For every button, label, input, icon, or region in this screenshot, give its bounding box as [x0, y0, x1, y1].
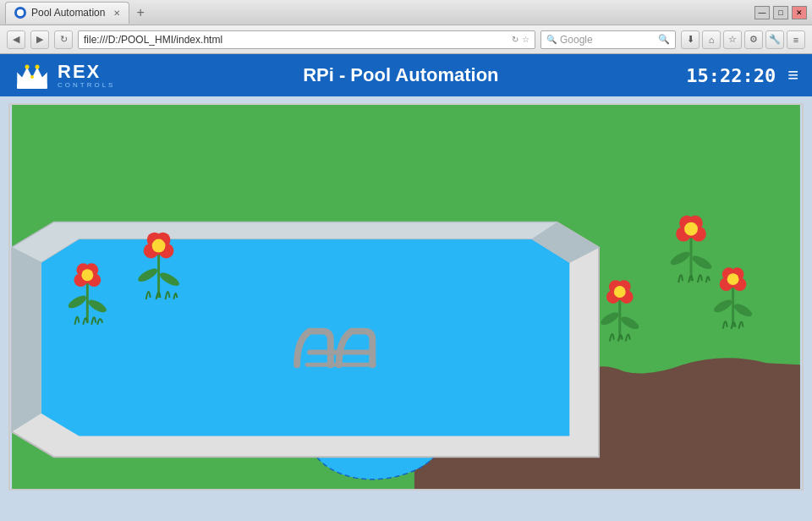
tab-label: Pool Automation — [31, 7, 105, 19]
svg-point-2 — [25, 65, 30, 69]
app-title: RPi - Pool Automation — [303, 64, 498, 86]
pool-ledge-left — [12, 248, 41, 432]
maximize-button[interactable]: □ — [773, 6, 788, 19]
hamburger-menu-icon[interactable]: ≡ — [787, 64, 798, 86]
new-tab-button[interactable]: + — [136, 5, 144, 20]
svg-point-3 — [30, 75, 34, 79]
search-provider-icon: 🔍 — [546, 35, 557, 44]
url-bar[interactable]: file:///D:/POOL_HMI/index.html ↻ ☆ — [78, 30, 535, 49]
search-bar[interactable]: 🔍 Google 🔍 — [540, 30, 676, 49]
svg-point-40 — [614, 286, 626, 298]
header-right: 15:22:20 ≡ — [686, 64, 798, 86]
search-submit-icon[interactable]: 🔍 — [658, 34, 670, 45]
refresh-button[interactable]: ↻ — [54, 30, 73, 49]
minimize-button[interactable]: — — [754, 6, 770, 19]
search-text: Google — [560, 34, 655, 46]
rex-sub: CONTROLS — [58, 81, 115, 89]
bookmarks-icon[interactable]: ☆ — [723, 30, 742, 49]
main-canvas — [8, 103, 804, 491]
svg-point-13 — [81, 269, 93, 281]
pool-scene-svg — [10, 105, 802, 489]
rex-text: REX CONTROLS — [58, 63, 115, 89]
clock-display: 15:22:20 — [686, 65, 776, 86]
rex-logo: REX CONTROLS — [14, 58, 115, 92]
rex-logo-icon — [14, 58, 51, 92]
tab-favicon — [14, 7, 26, 19]
window-controls: — □ ✕ — [754, 6, 807, 19]
extensions-icon[interactable]: 🔧 — [765, 30, 784, 49]
address-bar: ◀ ▶ ↻ file:///D:/POOL_HMI/index.html ↻ ☆… — [0, 25, 812, 54]
active-tab[interactable]: Pool Automation ✕ — [5, 2, 129, 24]
svg-point-49 — [727, 273, 739, 285]
url-text: file:///D:/POOL_HMI/index.html — [84, 34, 508, 46]
menu-button[interactable]: ≡ — [787, 30, 805, 49]
tab-close-button[interactable]: ✕ — [113, 8, 120, 18]
svg-point-31 — [684, 222, 698, 236]
url-icons: ↻ ☆ — [512, 35, 529, 44]
star-icon: ☆ — [522, 35, 529, 44]
svg-point-22 — [152, 239, 166, 253]
forward-button[interactable]: ▶ — [30, 30, 49, 49]
toolbar-icons: ⬇ ⌂ ☆ ⚙ 🔧 ≡ — [681, 30, 805, 49]
app-header: REX CONTROLS RPi - Pool Automation 15:22… — [0, 54, 812, 96]
title-bar: Pool Automation ✕ + — □ ✕ — [0, 0, 812, 25]
tab-bar: Pool Automation ✕ + — [5, 2, 145, 24]
settings-icon[interactable]: ⚙ — [744, 30, 763, 49]
close-button[interactable]: ✕ — [792, 6, 807, 19]
back-button[interactable]: ◀ — [7, 30, 25, 49]
svg-point-4 — [36, 65, 40, 69]
refresh-icon: ↻ — [512, 35, 518, 44]
home-icon[interactable]: ⌂ — [702, 30, 721, 49]
download-icon[interactable]: ⬇ — [681, 30, 700, 49]
rex-name: REX — [58, 63, 115, 81]
svg-rect-1 — [17, 84, 47, 89]
